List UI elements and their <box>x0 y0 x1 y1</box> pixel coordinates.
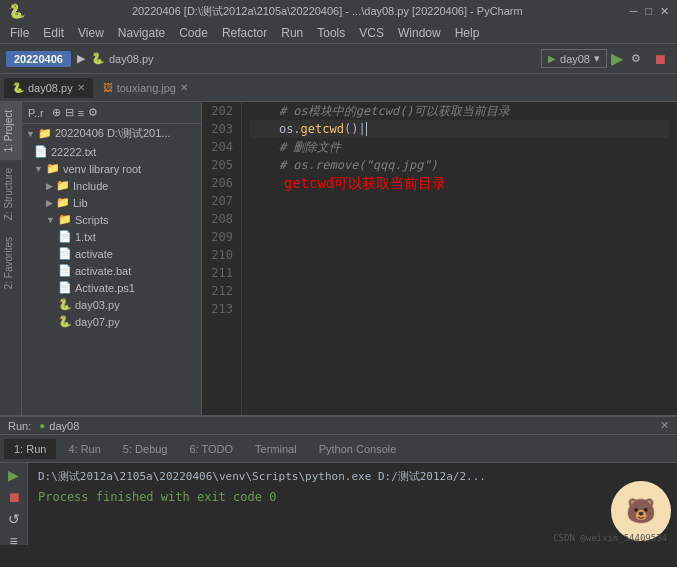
bottom-tab-4[interactable]: 4: Run <box>58 439 110 459</box>
title-bar-icon: 🐍 <box>8 3 25 19</box>
tree-22222-label: 22222.txt <box>51 146 96 158</box>
run-output-area: ▶ ⏹ ↺ ≡ ⬇ ⚙ D:\测试2012a\2105a\20220406\ve… <box>0 463 677 545</box>
run-success-line: Process finished with exit code 0 <box>38 490 667 504</box>
toolbar-project-label: 20220406 <box>6 51 71 67</box>
sidebar-label: P..r <box>28 107 44 119</box>
tree-lib-folder[interactable]: ▶ 📁 Lib <box>22 194 201 211</box>
minimize-button[interactable]: ─ <box>630 5 638 18</box>
file-activate-icon: 📄 <box>58 247 72 260</box>
tab-day08-py[interactable]: 🐍 day08.py ✕ <box>4 78 93 98</box>
tree-1txt[interactable]: 📄 1.txt <box>22 228 201 245</box>
menu-tools[interactable]: Tools <box>311 24 351 42</box>
bottom-tab-bar: 1: Run 4: Run 5: Debug 6: TODO Terminal … <box>0 435 677 463</box>
menu-help[interactable]: Help <box>449 24 486 42</box>
dropdown-arrow-icon: ▾ <box>594 52 600 65</box>
tab-jpg-icon: 🖼 <box>103 82 113 93</box>
left-tab-structure[interactable]: Z: Structure <box>0 160 21 228</box>
code-line-213: getcwd可以获取当前目录 <box>250 174 669 193</box>
run-config-name: day08 <box>49 420 79 432</box>
run-play-button[interactable]: ▶ <box>8 467 19 483</box>
title-bar-title: 20220406 [D:\测试2012a\2105a\20220406] - .… <box>25 4 630 19</box>
tab-day08-label: day08.py <box>28 82 73 94</box>
menu-edit[interactable]: Edit <box>37 24 70 42</box>
tree-file-22222[interactable]: 📄 22222.txt <box>22 143 201 160</box>
run-stop-button[interactable]: ⏹ <box>7 489 21 505</box>
tree-include-folder[interactable]: ▶ 📁 Include <box>22 177 201 194</box>
toolbar-file-label: day08.py <box>109 53 154 65</box>
maximize-button[interactable]: □ <box>645 5 652 18</box>
tree-lib-label: Lib <box>73 197 88 209</box>
close-button[interactable]: ✕ <box>660 5 669 18</box>
tree-venv-label: venv library root <box>63 163 141 175</box>
bottom-tab-python-console[interactable]: Python Console <box>309 439 407 459</box>
tree-activate-label: activate <box>75 248 113 260</box>
tree-root-folder[interactable]: ▼ 📁 20220406 D:\测试201... <box>22 124 201 143</box>
run-rerun-button[interactable]: ↺ <box>8 511 20 527</box>
run-config-dropdown[interactable]: ▶ day08 ▾ <box>541 49 607 68</box>
menu-window[interactable]: Window <box>392 24 447 42</box>
tree-venv-folder[interactable]: ▼ 📁 venv library root <box>22 160 201 177</box>
menu-file[interactable]: File <box>4 24 35 42</box>
run-output-content: D:\测试2012a\2105a\20220406\venv\Scripts\p… <box>28 463 677 545</box>
sidebar-header: P..r ⊕ ⊟ ≡ ⚙ <box>22 102 201 124</box>
title-bar: 🐍 20220406 [D:\测试2012a\2105a\20220406] -… <box>0 0 677 22</box>
folder-include-icon: 📁 <box>56 179 70 192</box>
sidebar-icon1[interactable]: ⊕ <box>52 106 61 119</box>
menu-view[interactable]: View <box>72 24 110 42</box>
run-config-icon: ▶ <box>548 53 556 64</box>
tree-root-label: 20220406 D:\测试201... <box>55 126 171 141</box>
stop-button[interactable]: ⏹ <box>649 49 671 69</box>
run-filter-button[interactable]: ≡ <box>9 533 17 545</box>
run-button[interactable]: ▶ <box>611 49 623 68</box>
tab-touxiang-jpg[interactable]: 🖼 touxiang.jpg ✕ <box>95 78 196 98</box>
code-line-203: # os模块中的getcwd()可以获取当前目录 <box>250 102 669 120</box>
menu-refactor[interactable]: Refactor <box>216 24 273 42</box>
bottom-tab-todo[interactable]: 6: TODO <box>180 439 244 459</box>
tree-arrow-include: ▶ <box>46 181 53 191</box>
code-line-205: os.getcwd()| <box>250 120 669 138</box>
watermark: CSDN @weixin_54409534 <box>553 533 667 543</box>
line-numbers: 202 203 204 205 206 207 208 209 210 211 … <box>202 102 242 415</box>
tree-day07[interactable]: 🐍 day07.py <box>22 313 201 330</box>
sidebar-icon2[interactable]: ⊟ <box>65 106 74 119</box>
bottom-tab-terminal[interactable]: Terminal <box>245 439 307 459</box>
editor-area: 202 203 204 205 206 207 208 209 210 211 … <box>202 102 677 415</box>
menu-run[interactable]: Run <box>275 24 309 42</box>
bottom-panel-close-icon[interactable]: ✕ <box>660 419 669 432</box>
file-1txt-icon: 📄 <box>58 230 72 243</box>
bottom-tab-run[interactable]: 1: Run <box>4 439 56 459</box>
file-day07-icon: 🐍 <box>58 315 72 328</box>
toolbar-file-icon: 🐍 <box>91 52 105 65</box>
folder-scripts-icon: 📁 <box>58 213 72 226</box>
toolbar-separator: ▶ <box>77 52 85 65</box>
tab-day08-close-icon[interactable]: ✕ <box>77 82 85 93</box>
left-tab-favorites[interactable]: 2: Favorites <box>0 229 21 297</box>
menu-navigate[interactable]: Navigate <box>112 24 171 42</box>
run-path-line: D:\测试2012a\2105a\20220406\venv\Scripts\p… <box>38 469 667 484</box>
sidebar-icon3[interactable]: ≡ <box>78 107 84 119</box>
tab-touxiang-close-icon[interactable]: ✕ <box>180 82 188 93</box>
tree-scripts-label: Scripts <box>75 214 109 226</box>
code-line-210: # os.remove("qqq.jpg") <box>250 156 669 174</box>
toolbar: 20220406 ▶ 🐍 day08.py ▶ day08 ▾ ▶ ⚙ ⏹ <box>0 44 677 74</box>
tree-activate-bat-label: activate.bat <box>75 265 131 277</box>
folder-root-icon: 📁 <box>38 127 52 140</box>
tree-activate[interactable]: 📄 activate <box>22 245 201 262</box>
tree-scripts-folder[interactable]: ▼ 📁 Scripts <box>22 211 201 228</box>
editor-content[interactable]: 202 203 204 205 206 207 208 209 210 211 … <box>202 102 677 415</box>
sidebar-gear-icon[interactable]: ⚙ <box>88 106 98 119</box>
code-editor[interactable]: # os模块中的getcwd()可以获取当前目录 os.getcwd()| # … <box>242 102 677 415</box>
tree-activate-ps1[interactable]: 📄 Activate.ps1 <box>22 279 201 296</box>
gear-button[interactable]: ⚙ <box>627 50 645 67</box>
menu-code[interactable]: Code <box>173 24 214 42</box>
menu-vcs[interactable]: VCS <box>353 24 390 42</box>
tree-arrow-scripts: ▼ <box>46 215 55 225</box>
left-tab-project[interactable]: 1: Project <box>0 102 21 160</box>
tree-activate-bat[interactable]: 📄 activate.bat <box>22 262 201 279</box>
bottom-tab-debug[interactable]: 5: Debug <box>113 439 178 459</box>
tree-day03[interactable]: 🐍 day03.py <box>22 296 201 313</box>
tab-touxiang-label: touxiang.jpg <box>117 82 176 94</box>
folder-venv-icon: 📁 <box>46 162 60 175</box>
run-panel-sidebar: ▶ ⏹ ↺ ≡ ⬇ ⚙ <box>0 463 28 545</box>
code-line-209: # 删除文件 <box>250 138 669 156</box>
